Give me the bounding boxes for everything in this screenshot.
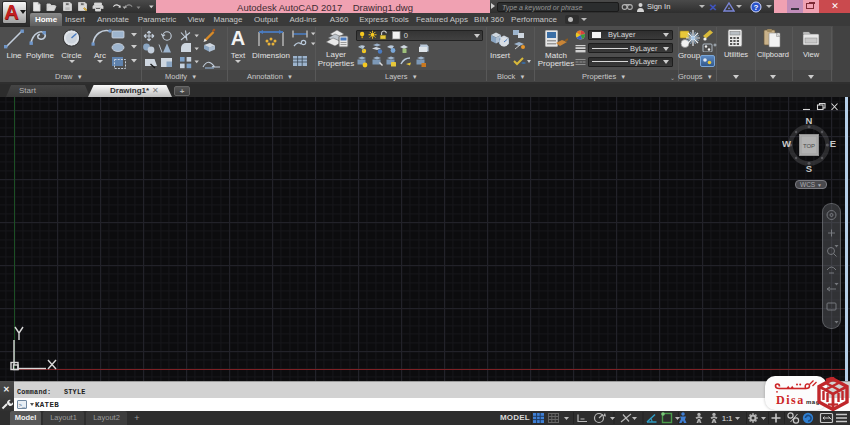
svg-text:S: S bbox=[806, 163, 812, 174]
svg-text:0: 0 bbox=[404, 31, 408, 40]
svg-text:W: W bbox=[782, 138, 791, 149]
svg-text:TOP: TOP bbox=[803, 143, 815, 149]
svg-text:N: N bbox=[806, 115, 813, 126]
svg-text:E: E bbox=[830, 138, 836, 149]
svg-text:?: ? bbox=[754, 3, 759, 12]
svg-text:1:1: 1:1 bbox=[722, 415, 732, 422]
